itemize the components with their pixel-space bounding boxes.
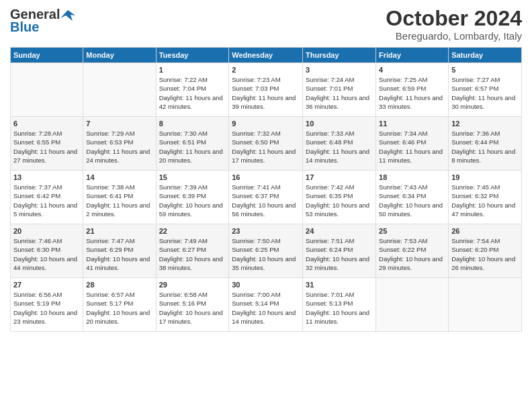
day-number: 19 [451,173,519,181]
day-number: 24 [306,227,373,235]
calendar-cell: 23Sunrise: 7:50 AM Sunset: 6:25 PM Dayli… [229,224,303,278]
calendar-cell: 16Sunrise: 7:41 AM Sunset: 6:37 PM Dayli… [229,171,303,224]
calendar-cell: 24Sunrise: 7:51 AM Sunset: 6:24 PM Dayli… [303,224,376,278]
day-info: Sunrise: 7:22 AM Sunset: 7:04 PM Dayligh… [159,75,226,111]
col-thursday: Thursday [303,48,376,63]
calendar-cell: 27Sunrise: 6:56 AM Sunset: 5:19 PM Dayli… [11,278,83,332]
col-sunday: Sunday [11,48,83,63]
day-number: 7 [86,120,152,128]
calendar-cell: 15Sunrise: 7:39 AM Sunset: 6:39 PM Dayli… [156,171,229,224]
day-number: 10 [306,120,373,128]
day-info: Sunrise: 7:33 AM Sunset: 6:48 PM Dayligh… [306,129,373,165]
header: General Blue October 2024 Bereguardo, Lo… [10,7,522,42]
day-info: Sunrise: 7:39 AM Sunset: 6:39 PM Dayligh… [159,183,226,218]
col-monday: Monday [83,48,156,63]
calendar-cell: 7Sunrise: 7:29 AM Sunset: 6:53 PM Daylig… [83,117,156,171]
day-number: 8 [159,120,226,128]
calendar-cell: 13Sunrise: 7:37 AM Sunset: 6:42 PM Dayli… [11,171,83,224]
logo-blue: Blue [10,19,39,35]
day-number: 3 [306,66,373,74]
calendar-cell: 10Sunrise: 7:33 AM Sunset: 6:48 PM Dayli… [303,117,376,171]
day-number: 30 [232,281,300,289]
day-info: Sunrise: 7:42 AM Sunset: 6:35 PM Dayligh… [306,183,373,218]
svg-marker-0 [60,10,75,21]
day-info: Sunrise: 7:53 AM Sunset: 6:22 PM Dayligh… [379,236,445,272]
day-number: 4 [379,66,445,74]
day-info: Sunrise: 7:43 AM Sunset: 6:34 PM Dayligh… [379,183,445,218]
day-number: 23 [232,227,300,235]
day-number: 15 [159,173,226,181]
calendar-cell: 3Sunrise: 7:24 AM Sunset: 7:01 PM Daylig… [303,63,376,117]
calendar-cell: 20Sunrise: 7:46 AM Sunset: 6:30 PM Dayli… [11,224,83,278]
calendar-cell: 12Sunrise: 7:36 AM Sunset: 6:44 PM Dayli… [449,117,522,171]
calendar-cell: 25Sunrise: 7:53 AM Sunset: 6:22 PM Dayli… [376,224,449,278]
day-info: Sunrise: 7:24 AM Sunset: 7:01 PM Dayligh… [306,75,373,111]
day-number: 2 [232,66,300,74]
day-info: Sunrise: 7:47 AM Sunset: 6:29 PM Dayligh… [86,236,152,272]
day-info: Sunrise: 7:38 AM Sunset: 6:41 PM Dayligh… [86,183,152,218]
calendar-week-1: 1Sunrise: 7:22 AM Sunset: 7:04 PM Daylig… [11,63,522,117]
calendar-cell: 2Sunrise: 7:23 AM Sunset: 7:03 PM Daylig… [229,63,303,117]
calendar-cell: 19Sunrise: 7:45 AM Sunset: 6:32 PM Dayli… [449,171,522,224]
day-number: 22 [159,227,226,235]
calendar-cell: 22Sunrise: 7:49 AM Sunset: 6:27 PM Dayli… [156,224,229,278]
day-number: 25 [379,227,445,235]
day-number: 17 [306,173,373,181]
calendar-cell [449,278,522,332]
day-info: Sunrise: 6:58 AM Sunset: 5:16 PM Dayligh… [159,290,226,326]
day-number: 31 [306,281,373,289]
day-info: Sunrise: 7:25 AM Sunset: 6:59 PM Dayligh… [379,75,445,111]
day-info: Sunrise: 7:27 AM Sunset: 6:57 PM Dayligh… [451,75,519,111]
calendar-cell: 31Sunrise: 7:01 AM Sunset: 5:13 PM Dayli… [303,278,376,332]
logo: General Blue [10,7,76,35]
calendar-cell: 29Sunrise: 6:58 AM Sunset: 5:16 PM Dayli… [156,278,229,332]
calendar-week-5: 27Sunrise: 6:56 AM Sunset: 5:19 PM Dayli… [11,278,522,332]
col-saturday: Saturday [449,48,522,63]
day-number: 14 [86,173,152,181]
main-container: General Blue October 2024 Bereguardo, Lo… [0,0,532,338]
day-info: Sunrise: 6:56 AM Sunset: 5:19 PM Dayligh… [13,290,80,326]
title-section: October 2024 Bereguardo, Lombardy, Italy [386,7,522,42]
day-info: Sunrise: 7:54 AM Sunset: 6:20 PM Dayligh… [451,236,519,272]
calendar-cell: 5Sunrise: 7:27 AM Sunset: 6:57 PM Daylig… [449,63,522,117]
calendar-cell [11,63,83,117]
calendar-cell: 21Sunrise: 7:47 AM Sunset: 6:29 PM Dayli… [83,224,156,278]
day-info: Sunrise: 6:57 AM Sunset: 5:17 PM Dayligh… [86,290,152,326]
day-info: Sunrise: 7:29 AM Sunset: 6:53 PM Dayligh… [86,129,152,165]
calendar-week-3: 13Sunrise: 7:37 AM Sunset: 6:42 PM Dayli… [11,171,522,224]
day-info: Sunrise: 7:45 AM Sunset: 6:32 PM Dayligh… [451,183,519,218]
calendar-cell: 1Sunrise: 7:22 AM Sunset: 7:04 PM Daylig… [156,63,229,117]
day-number: 13 [13,173,80,181]
calendar-cell: 26Sunrise: 7:54 AM Sunset: 6:20 PM Dayli… [449,224,522,278]
day-number: 27 [13,281,80,289]
day-number: 6 [13,120,80,128]
calendar-cell: 17Sunrise: 7:42 AM Sunset: 6:35 PM Dayli… [303,171,376,224]
day-number: 16 [232,173,300,181]
header-row: Sunday Monday Tuesday Wednesday Thursday… [11,48,522,63]
day-info: Sunrise: 7:28 AM Sunset: 6:55 PM Dayligh… [13,129,80,165]
day-info: Sunrise: 7:41 AM Sunset: 6:37 PM Dayligh… [232,183,300,218]
day-number: 26 [451,227,519,235]
day-number: 11 [379,120,445,128]
day-number: 18 [379,173,445,181]
calendar-cell [376,278,449,332]
col-wednesday: Wednesday [229,48,303,63]
calendar-cell: 8Sunrise: 7:30 AM Sunset: 6:51 PM Daylig… [156,117,229,171]
day-number: 9 [232,120,300,128]
day-number: 29 [159,281,226,289]
day-info: Sunrise: 7:30 AM Sunset: 6:51 PM Dayligh… [159,129,226,165]
calendar-table: Sunday Monday Tuesday Wednesday Thursday… [10,47,522,332]
calendar-cell [83,63,156,117]
day-info: Sunrise: 7:46 AM Sunset: 6:30 PM Dayligh… [13,236,80,272]
calendar-week-4: 20Sunrise: 7:46 AM Sunset: 6:30 PM Dayli… [11,224,522,278]
day-number: 28 [86,281,152,289]
month-title: October 2024 [386,7,522,30]
day-info: Sunrise: 7:37 AM Sunset: 6:42 PM Dayligh… [13,183,80,218]
calendar-cell: 11Sunrise: 7:34 AM Sunset: 6:46 PM Dayli… [376,117,449,171]
day-number: 12 [451,120,519,128]
location: Bereguardo, Lombardy, Italy [386,30,522,42]
logo-bird-icon [60,9,75,21]
day-info: Sunrise: 7:50 AM Sunset: 6:25 PM Dayligh… [232,236,300,272]
calendar-cell: 30Sunrise: 7:00 AM Sunset: 5:14 PM Dayli… [229,278,303,332]
col-tuesday: Tuesday [156,48,229,63]
